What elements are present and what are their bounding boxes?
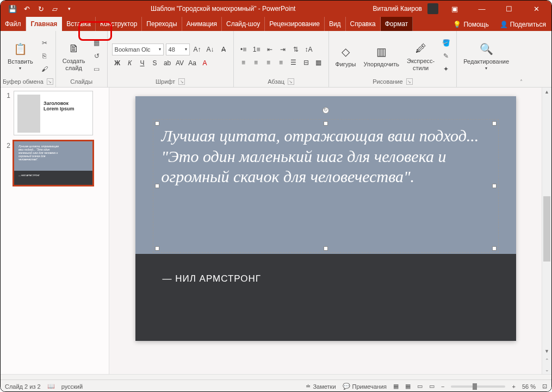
strike-button[interactable]: S bbox=[150, 58, 160, 69]
vertical-scrollbar[interactable]: ▲ ▼ ⌃ ⌄ bbox=[542, 88, 551, 374]
start-from-beginning-icon[interactable]: ▱ bbox=[51, 4, 59, 13]
dialog-launcher-icon[interactable]: ↘ bbox=[178, 78, 185, 85]
resize-handle[interactable] bbox=[324, 121, 328, 126]
share-button[interactable]: 👤Поделиться bbox=[494, 18, 551, 31]
tab-review[interactable]: Рецензирование bbox=[265, 17, 325, 31]
fit-to-window-icon[interactable]: ⊡ bbox=[542, 383, 547, 390]
zoom-out-button[interactable]: − bbox=[441, 383, 444, 390]
undo-icon[interactable]: ↶ bbox=[22, 4, 31, 13]
next-slide-icon[interactable]: ⌄ bbox=[542, 365, 551, 374]
increase-font-icon[interactable]: A↑ bbox=[192, 44, 203, 55]
resize-handle[interactable] bbox=[492, 184, 497, 188]
resize-handle[interactable] bbox=[155, 246, 159, 251]
format-painter-icon[interactable]: 🖌 bbox=[39, 63, 51, 75]
scroll-up-icon[interactable]: ▲ bbox=[542, 88, 551, 96]
slide-thumbnail-1[interactable]: ЗаголовокLorem Ipsum bbox=[14, 91, 93, 135]
arrange-button[interactable]: ▥ Упорядочить bbox=[362, 42, 401, 69]
resize-handle[interactable] bbox=[155, 121, 159, 126]
slideshow-view-icon[interactable]: ▭ bbox=[429, 383, 435, 390]
dialog-launcher-icon[interactable]: ↘ bbox=[47, 78, 53, 85]
tab-slideshow[interactable]: Слайд-шоу bbox=[222, 17, 265, 31]
paste-button[interactable]: 📋 Вставить ▾ bbox=[5, 40, 35, 72]
justify-icon[interactable]: ≡ bbox=[276, 57, 287, 68]
increase-indent-icon[interactable]: ⇥ bbox=[277, 44, 288, 55]
tell-me-button[interactable]: 💡Помощь bbox=[448, 18, 494, 31]
redo-icon[interactable]: ↻ bbox=[36, 4, 45, 13]
shapes-button[interactable]: ◇ Фигуры bbox=[333, 42, 358, 69]
notes-button[interactable]: ≐Заметки bbox=[306, 383, 336, 390]
shape-effects-icon[interactable]: ✦ bbox=[440, 63, 452, 75]
italic-button[interactable]: К bbox=[125, 58, 135, 69]
zoom-level[interactable]: 56 % bbox=[522, 383, 536, 390]
cut-icon[interactable]: ✂ bbox=[39, 37, 51, 49]
dialog-launcher-icon[interactable]: ↘ bbox=[406, 78, 413, 85]
resize-handle[interactable] bbox=[155, 184, 159, 188]
text-direction-icon[interactable]: ↕A bbox=[303, 44, 314, 55]
bullets-icon[interactable]: •≡ bbox=[238, 44, 249, 55]
scroll-down-icon[interactable]: ▼ bbox=[542, 347, 551, 356]
slide[interactable]: Лучшая цитата, отражающая ваш подход... … bbox=[135, 96, 516, 341]
tab-format[interactable]: Формат bbox=[381, 17, 413, 31]
font-size-combo[interactable]: 48▾ bbox=[166, 43, 190, 55]
underline-button[interactable]: Ч bbox=[137, 58, 148, 69]
ribbon-display-options-icon[interactable]: ▣ bbox=[444, 1, 466, 17]
section-icon[interactable]: ▭ bbox=[91, 63, 103, 75]
spellcheck-icon[interactable]: 📖 bbox=[47, 383, 55, 390]
align-left-icon[interactable]: ≡ bbox=[238, 57, 249, 68]
slide-counter[interactable]: Слайд 2 из 2 bbox=[5, 383, 41, 390]
resize-handle[interactable] bbox=[324, 246, 328, 251]
minimize-button[interactable]: — bbox=[471, 1, 493, 17]
user-avatar[interactable] bbox=[427, 3, 438, 14]
reading-view-icon[interactable]: ▭ bbox=[417, 383, 423, 390]
zoom-slider[interactable] bbox=[451, 385, 505, 388]
sorter-view-icon[interactable]: ▦ bbox=[405, 383, 411, 390]
quote-textbox[interactable]: Лучшая цитата, отражающая ваш подход... … bbox=[157, 123, 494, 248]
tab-animations[interactable]: Анимация bbox=[182, 17, 222, 31]
shadow-button[interactable]: ab bbox=[162, 58, 173, 69]
align-right-icon[interactable]: ≡ bbox=[263, 57, 274, 68]
user-name[interactable]: Виталий Каиров bbox=[373, 5, 422, 13]
shape-outline-icon[interactable]: ✎ bbox=[440, 50, 452, 62]
layout-icon[interactable]: ▦ bbox=[91, 37, 103, 49]
clear-formatting-icon[interactable]: A̶ bbox=[218, 44, 229, 55]
tab-help[interactable]: Справка bbox=[346, 17, 381, 31]
tab-design[interactable]: Конструктор bbox=[96, 17, 142, 31]
scrollbar-thumb[interactable] bbox=[543, 196, 550, 262]
maximize-button[interactable]: ☐ bbox=[498, 1, 520, 17]
char-spacing-icon[interactable]: AV bbox=[175, 58, 185, 69]
slide-thumbnail-2[interactable]: Лучшая цитата, отражающая ваш подход... … bbox=[14, 141, 93, 185]
tab-transitions[interactable]: Переходы bbox=[142, 17, 182, 31]
numbering-icon[interactable]: 1≡ bbox=[251, 44, 262, 55]
normal-view-icon[interactable]: ▦ bbox=[393, 383, 399, 390]
slide-canvas-area[interactable]: Лучшая цитата, отражающая ваш подход... … bbox=[109, 88, 542, 374]
quick-styles-button[interactable]: 🖉 Экспресс- стили bbox=[405, 39, 437, 72]
shape-fill-icon[interactable]: 🪣 bbox=[440, 37, 452, 49]
columns-icon[interactable]: ☰ bbox=[288, 57, 299, 68]
resize-handle[interactable] bbox=[492, 121, 497, 126]
resize-handle[interactable] bbox=[492, 246, 497, 251]
align-center-icon[interactable]: ≡ bbox=[251, 57, 262, 68]
decrease-font-icon[interactable]: A↓ bbox=[205, 44, 216, 55]
qat-more-icon[interactable]: ▾ bbox=[65, 4, 73, 13]
author-text[interactable]: — НИЛ АРМСТРОНГ bbox=[163, 273, 262, 284]
tab-view[interactable]: Вид bbox=[325, 17, 346, 31]
close-button[interactable]: ✕ bbox=[525, 1, 547, 17]
smartart-icon[interactable]: ▦ bbox=[313, 57, 324, 68]
tab-insert[interactable]: Вставка bbox=[62, 17, 96, 31]
reset-icon[interactable]: ↺ bbox=[91, 50, 103, 62]
font-family-combo[interactable]: Bookman Olc▾ bbox=[112, 43, 164, 55]
line-spacing-icon[interactable]: ⇅ bbox=[290, 44, 301, 55]
font-color-icon[interactable]: A bbox=[200, 58, 210, 69]
language-indicator[interactable]: русский bbox=[61, 383, 83, 390]
change-case-icon[interactable]: Aa bbox=[187, 58, 198, 69]
collapse-ribbon-icon[interactable]: ˄ bbox=[520, 79, 523, 85]
zoom-slider-thumb[interactable] bbox=[473, 383, 477, 390]
rotate-handle[interactable] bbox=[322, 107, 329, 114]
new-slide-button[interactable]: 🗎 Создать слайд bbox=[60, 39, 88, 72]
prev-slide-icon[interactable]: ⌃ bbox=[542, 356, 551, 365]
comments-button[interactable]: 💬Примечания bbox=[343, 383, 387, 390]
bold-button[interactable]: Ж bbox=[112, 58, 123, 69]
zoom-in-button[interactable]: + bbox=[512, 383, 515, 390]
editing-button[interactable]: 🔍 Редактирование ▾ bbox=[461, 40, 511, 72]
align-text-icon[interactable]: ⊟ bbox=[301, 57, 312, 68]
